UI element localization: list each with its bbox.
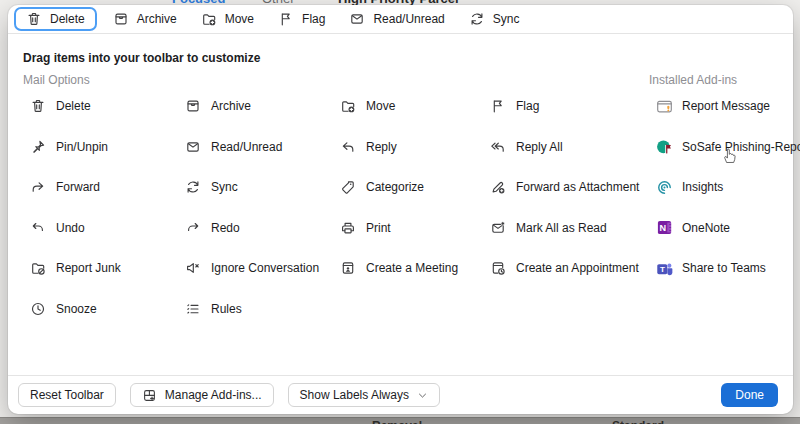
sync-icon: [469, 11, 485, 27]
mail-option-flag[interactable]: Flag: [490, 98, 668, 114]
show-labels-dropdown[interactable]: Show Labels Always: [288, 383, 440, 407]
report-junk-icon: [30, 260, 46, 276]
svg-text:T: T: [660, 265, 665, 274]
mail-option-delete[interactable]: Delete: [30, 98, 185, 114]
chevron-down-icon: [417, 390, 428, 401]
onenote-icon: N: [656, 219, 673, 236]
undo-icon: [30, 220, 46, 236]
mail-option-sync[interactable]: Sync: [185, 179, 340, 195]
addins-grid-icon: [142, 388, 157, 403]
current-toolbar: DeleteArchiveMoveFlagRead/UnreadSync: [8, 5, 793, 34]
mail-option-mark-all-as-read[interactable]: Mark All as Read: [490, 220, 668, 236]
installed-addins-list: Report MessageSoSafe Phishing-ReportinIn…: [649, 86, 789, 289]
installed-addins-header: Installed Add-ins: [649, 73, 737, 87]
mail-option-rules[interactable]: Rules: [185, 301, 340, 317]
rules-icon: [185, 301, 201, 317]
addin-share-to-teams[interactable]: TShare to Teams: [649, 248, 789, 289]
create-meeting-icon: [340, 260, 356, 276]
mail-option-ignore-conversation[interactable]: Ignore Conversation: [185, 260, 340, 276]
reply-icon: [340, 139, 356, 155]
mail-option-create-an-appointment[interactable]: Create an Appointment: [490, 260, 668, 276]
manage-addins-button[interactable]: Manage Add-ins...: [130, 383, 274, 407]
delete-icon: [30, 98, 46, 114]
move-icon: [340, 98, 356, 114]
flag-icon: [278, 11, 294, 27]
delete-icon: [26, 11, 42, 27]
mark-all-read-icon: [490, 220, 506, 236]
forward-icon: [30, 179, 46, 195]
mail-option-read-unread[interactable]: Read/Unread: [185, 139, 340, 155]
create-appointment-icon: [490, 260, 506, 276]
mail-option-pin-unpin[interactable]: Pin/Unpin: [30, 139, 185, 155]
mail-option-categorize[interactable]: Categorize: [340, 179, 490, 195]
sync-icon: [185, 179, 201, 195]
mail-option-create-a-meeting[interactable]: Create a Meeting: [340, 260, 490, 276]
pin-icon: [30, 139, 46, 155]
mail-options-header: Mail Options: [23, 73, 90, 87]
mail-option-redo[interactable]: Redo: [185, 220, 340, 236]
archive-icon: [113, 11, 129, 27]
toolbar-item-sync[interactable]: Sync: [457, 7, 532, 31]
archive-icon: [185, 98, 201, 114]
mail-option-archive[interactable]: Archive: [185, 98, 340, 114]
background-bottom-strip: RemovalStandard: [0, 417, 800, 424]
move-icon: [201, 11, 217, 27]
svg-text:N: N: [660, 223, 667, 233]
forward-attachment-icon: [490, 179, 506, 195]
reset-toolbar-button[interactable]: Reset Toolbar: [18, 383, 116, 407]
toolbar-item-flag[interactable]: Flag: [266, 7, 337, 31]
insights-icon: [656, 179, 673, 196]
bg-fragment-standard: Standard: [612, 419, 664, 424]
mail-option-reply[interactable]: Reply: [340, 139, 490, 155]
customize-toolbar-dialog: DeleteArchiveMoveFlagRead/UnreadSync Dra…: [8, 5, 793, 414]
sosafe-icon: [656, 138, 673, 155]
read-unread-icon: [185, 139, 201, 155]
ignore-conversation-icon: [185, 260, 201, 276]
read-unread-icon: [349, 11, 365, 27]
mail-option-report-junk[interactable]: Report Junk: [30, 260, 185, 276]
mail-option-undo[interactable]: Undo: [30, 220, 185, 236]
bg-fragment-removal: Removal: [372, 419, 422, 424]
mail-options-grid: DeleteArchiveMoveFlagPin/UnpinRead/Unrea…: [30, 86, 668, 329]
dialog-footer: Reset Toolbar Manage Add-ins... Show Lab…: [8, 375, 793, 414]
toolbar-item-archive[interactable]: Archive: [101, 7, 189, 31]
mail-option-forward[interactable]: Forward: [30, 179, 185, 195]
mail-option-forward-as-attachment[interactable]: Forward as Attachment: [490, 179, 668, 195]
mail-option-move[interactable]: Move: [340, 98, 490, 114]
redo-icon: [185, 220, 201, 236]
flag-icon: [490, 98, 506, 114]
reply-all-icon: [490, 139, 506, 155]
addin-report-message[interactable]: Report Message: [649, 86, 789, 127]
print-icon: [340, 220, 356, 236]
categorize-icon: [340, 179, 356, 195]
addin-sosafe-phishing-reportin[interactable]: SoSafe Phishing-Reportin: [649, 127, 789, 168]
mail-option-snooze[interactable]: Snooze: [30, 301, 185, 317]
toolbar-item-delete[interactable]: Delete: [14, 7, 97, 31]
addin-insights[interactable]: Insights: [649, 167, 789, 208]
snooze-icon: [30, 301, 46, 317]
teams-icon: T: [656, 260, 673, 277]
drag-hint-text: Drag items into your toolbar to customiz…: [23, 51, 260, 65]
toolbar-item-move[interactable]: Move: [189, 7, 266, 31]
report-message-icon: [656, 98, 673, 115]
done-button[interactable]: Done: [721, 383, 778, 407]
mail-option-reply-all[interactable]: Reply All: [490, 139, 668, 155]
mail-option-print[interactable]: Print: [340, 220, 490, 236]
addin-onenote[interactable]: NOneNote: [649, 208, 789, 249]
toolbar-item-read-unread[interactable]: Read/Unread: [337, 7, 456, 31]
